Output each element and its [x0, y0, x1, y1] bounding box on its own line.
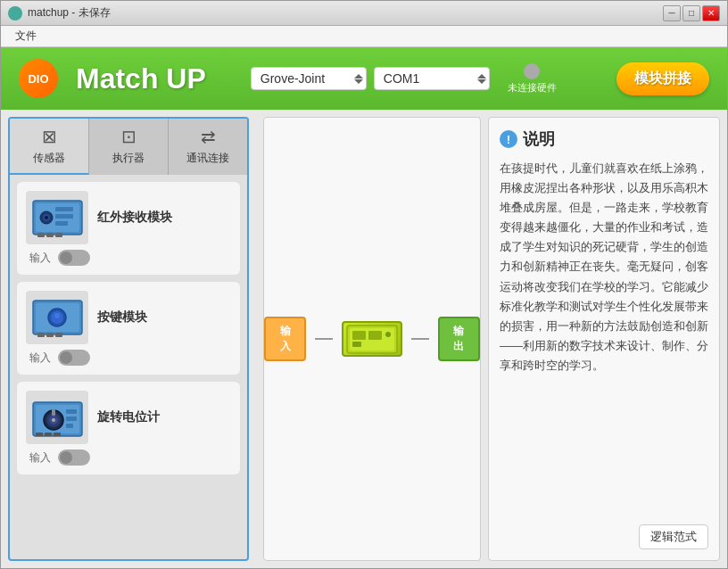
- toggle-ir[interactable]: [58, 250, 90, 266]
- module-img-btn: [26, 291, 88, 344]
- com-select[interactable]: COM1 COM2 COM3 COM4: [374, 67, 490, 90]
- tab-sensor-label: 传感器: [33, 151, 65, 166]
- module-card-btn: 按键模块 输入: [17, 282, 240, 375]
- module-card-top-btn: 按键模块: [26, 291, 231, 344]
- tab-comm[interactable]: ⇄ 通讯连接: [169, 119, 247, 175]
- module-name-ir: 红外接收模块: [97, 210, 172, 226]
- grove-select[interactable]: Grove-Joint: [251, 67, 367, 90]
- window-controls: ─ □ ✕: [663, 5, 720, 21]
- tab-actuator[interactable]: ⊡ 执行器: [89, 119, 169, 175]
- connection-dot: [524, 63, 540, 79]
- svg-rect-34: [352, 331, 366, 340]
- toggle-btn-module[interactable]: [58, 350, 90, 366]
- svg-rect-31: [54, 433, 61, 436]
- canvas-output-node[interactable]: 输出: [438, 317, 480, 361]
- svg-rect-16: [37, 333, 45, 337]
- module-card-top: 红外接收模块: [26, 191, 231, 244]
- panel-title: ! 说明: [500, 128, 708, 150]
- module-name-pot: 旋转电位计: [97, 409, 160, 425]
- module-card-ir: 红外接收模块 输入: [17, 182, 240, 275]
- menu-bar: 文件: [1, 26, 727, 47]
- canvas-input-node[interactable]: 输入: [264, 317, 306, 361]
- close-button[interactable]: ✕: [702, 5, 720, 21]
- module-list: 红外接收模块 输入: [10, 175, 247, 559]
- svg-rect-26: [66, 409, 77, 414]
- module-img-ir: [26, 191, 88, 244]
- module-img-pot: [26, 391, 88, 444]
- module-card-pot: 旋转电位计 输入: [17, 382, 240, 474]
- app-window: matchup - 未保存 ─ □ ✕ 文件 DIO Match UP Grov…: [0, 0, 728, 569]
- maximize-button[interactable]: □: [682, 5, 700, 21]
- module-bottom-pot: 输入: [26, 449, 231, 466]
- input-label-btn: 输入: [29, 350, 51, 366]
- module-card-top-pot: 旋转电位计: [26, 391, 231, 444]
- canvas-nodes: 输入 输出: [264, 317, 480, 361]
- svg-rect-30: [45, 433, 52, 436]
- title-bar: matchup - 未保存 ─ □ ✕: [1, 1, 727, 26]
- tab-actuator-label: 执行器: [112, 151, 145, 166]
- svg-rect-10: [55, 233, 62, 237]
- svg-point-37: [385, 332, 391, 337]
- canvas-area: 输入 输出: [263, 117, 481, 561]
- ir-sensor-svg: [29, 194, 87, 243]
- left-panel: ⊠ 传感器 ⊡ 执行器 ⇄ 通讯连接: [8, 117, 249, 561]
- svg-rect-24: [52, 409, 55, 416]
- actuator-icon: ⊡: [121, 126, 136, 147]
- comm-icon: ⇄: [201, 126, 216, 147]
- svg-point-15: [54, 313, 60, 318]
- canvas-hardware-node[interactable]: [342, 321, 402, 357]
- svg-rect-9: [46, 233, 54, 237]
- app-header: DIO Match UP Grove-Joint COM1 COM2 COM3 …: [1, 47, 727, 110]
- logic-button[interactable]: 逻辑范式: [639, 524, 708, 549]
- svg-rect-28: [66, 424, 73, 428]
- input-label-pot: 输入: [29, 450, 51, 466]
- logo-text: Match UP: [76, 62, 206, 95]
- module-bottom-ir: 输入: [26, 250, 231, 266]
- main-content: ⊠ 传感器 ⊡ 执行器 ⇄ 通讯连接: [1, 110, 727, 568]
- svg-rect-7: [55, 221, 68, 226]
- app-icon: [8, 6, 22, 21]
- menu-file[interactable]: 文件: [8, 27, 44, 45]
- connection-status: 未连接硬件: [508, 63, 557, 95]
- svg-rect-17: [46, 333, 54, 337]
- svg-rect-8: [37, 233, 45, 237]
- conn-line-left: [315, 338, 332, 340]
- logo-circle: DIO: [19, 59, 58, 98]
- svg-rect-35: [368, 331, 382, 340]
- panel-title-text: 说明: [523, 128, 555, 150]
- toggle-knob-ir: [60, 252, 72, 264]
- module-name-btn: 按键模块: [97, 309, 147, 326]
- hardware-svg: [345, 324, 399, 355]
- svg-rect-5: [55, 207, 73, 211]
- toggle-knob-pot: [60, 451, 72, 464]
- tab-comm-label: 通讯连接: [186, 151, 229, 166]
- toggle-knob-btn: [60, 351, 72, 364]
- module-bottom-btn: 输入: [26, 350, 231, 366]
- btn-sensor-svg: [29, 293, 87, 342]
- header-selects: Grove-Joint COM1 COM2 COM3 COM4: [251, 67, 490, 90]
- right-panel: ! 说明 在孩提时代，儿童们就喜欢在纸上涂鸦，用橡皮泥捏出各种形状，以及用乐高积…: [488, 117, 720, 561]
- svg-rect-29: [36, 433, 43, 436]
- tab-sensor[interactable]: ⊠ 传感器: [10, 119, 89, 175]
- logo-match: Match: [76, 62, 166, 95]
- tab-bar: ⊠ 传感器 ⊡ 执行器 ⇄ 通讯连接: [10, 119, 247, 175]
- svg-point-4: [45, 216, 48, 219]
- pot-sensor-svg: [29, 393, 87, 442]
- toggle-pot[interactable]: [58, 449, 90, 466]
- connection-label: 未连接硬件: [508, 81, 557, 95]
- center-area: 输入 输出: [256, 110, 488, 568]
- sensor-icon: ⊠: [42, 126, 57, 147]
- window-title: matchup - 未保存: [28, 5, 111, 21]
- conn-line-right: [411, 338, 428, 340]
- svg-rect-27: [66, 416, 77, 421]
- minimize-button[interactable]: ─: [663, 5, 681, 21]
- panel-description: 在孩提时代，儿童们就喜欢在纸上涂鸦，用橡皮泥捏出各种形状，以及用乐高积木堆叠成房…: [500, 159, 708, 515]
- svg-rect-36: [352, 342, 361, 347]
- grove-select-box: Grove-Joint: [251, 67, 367, 90]
- svg-point-25: [52, 418, 55, 422]
- svg-rect-6: [55, 214, 73, 219]
- input-label-ir: 输入: [29, 251, 51, 266]
- com-select-box: COM1 COM2 COM3 COM4: [374, 67, 490, 90]
- module-button[interactable]: 模块拼接: [616, 62, 709, 95]
- info-icon: !: [500, 130, 517, 148]
